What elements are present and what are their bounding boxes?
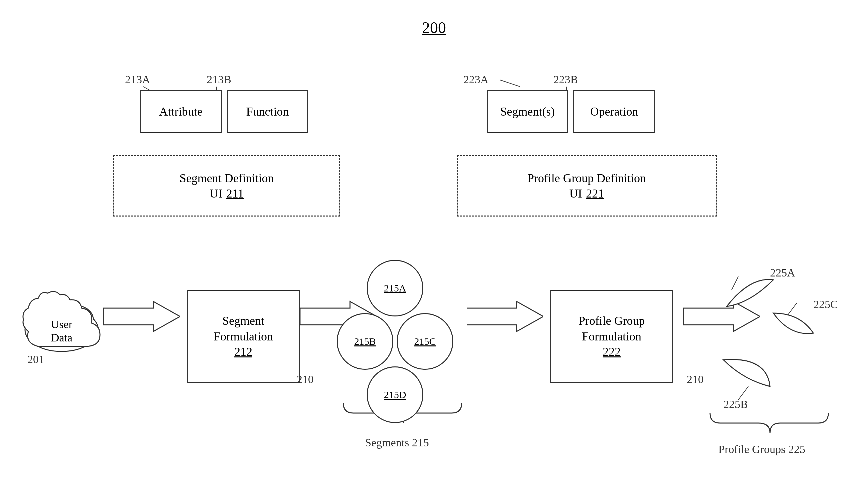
seg-def-title: Segment Definition xyxy=(180,171,274,185)
figure-number: 200 xyxy=(422,18,446,37)
arrow-label-210-right: 210 xyxy=(687,373,704,386)
ref-223b: 223B xyxy=(553,73,578,86)
circle-215c-label: 215C xyxy=(414,336,436,347)
pg-def-num: 221 xyxy=(586,187,604,200)
svg-marker-29 xyxy=(467,301,543,331)
segment-definition-box: Segment Definition UI 211 xyxy=(113,155,340,217)
profile-groups-label: Profile Groups 225 xyxy=(718,443,805,456)
segment-formulation-box: Segment Formulation 212 xyxy=(187,290,300,383)
function-box: Function xyxy=(227,90,308,133)
attribute-box: Attribute xyxy=(140,90,222,133)
seg-def-sub: UI xyxy=(210,187,222,200)
circle-215d: 215D xyxy=(367,366,423,423)
arrow-right-1 xyxy=(467,300,543,333)
seg-form-title-line1: Segment xyxy=(214,313,273,329)
ref-201: 201 xyxy=(27,353,44,366)
svg-text:User: User xyxy=(51,318,73,330)
circle-215d-label: 215D xyxy=(384,389,406,400)
pg-form-title-line1: Profile Group xyxy=(579,313,645,329)
ref-213a: 213A xyxy=(125,73,150,86)
seg-form-title-line2: Formulation xyxy=(214,329,273,345)
segments-label: Segments 215 xyxy=(365,436,429,449)
leaf-225c xyxy=(770,306,820,350)
pg-form-num: 222 xyxy=(579,344,645,360)
circle-215b-label: 215B xyxy=(354,336,376,347)
arrow-left-1 xyxy=(103,300,180,333)
profile-group-formulation-box: Profile Group Formulation 222 xyxy=(550,290,673,383)
circle-215a-label: 215A xyxy=(384,283,406,294)
svg-text:Data: Data xyxy=(51,331,72,344)
circle-215a: 215A xyxy=(367,260,423,317)
diagram-container: 200 xyxy=(0,0,868,490)
ref-225b: 225B xyxy=(723,398,748,411)
pg-def-title: Profile Group Definition xyxy=(527,171,646,185)
svg-line-12 xyxy=(500,80,520,87)
profile-group-definition-box: Profile Group Definition UI 221 xyxy=(457,155,717,217)
circle-215b: 215B xyxy=(337,313,393,370)
arrow-label-210-left: 210 xyxy=(297,373,314,386)
seg-def-num: 211 xyxy=(226,187,244,200)
ref-213b: 213B xyxy=(207,73,231,86)
segments-box: Segment(s) xyxy=(487,90,568,133)
user-data-cloud: User Data xyxy=(18,276,105,358)
pg-form-title-line2: Formulation xyxy=(579,329,645,345)
ref-225a: 225A xyxy=(770,266,795,279)
pg-def-sub: UI xyxy=(569,187,582,200)
circle-215c: 215C xyxy=(397,313,453,370)
ref-223a: 223A xyxy=(463,73,489,86)
seg-form-num: 212 xyxy=(214,344,273,360)
ref-225c: 225C xyxy=(813,298,838,311)
leaf-225b xyxy=(720,353,773,396)
svg-marker-27 xyxy=(103,301,180,331)
operation-box: Operation xyxy=(574,90,655,133)
